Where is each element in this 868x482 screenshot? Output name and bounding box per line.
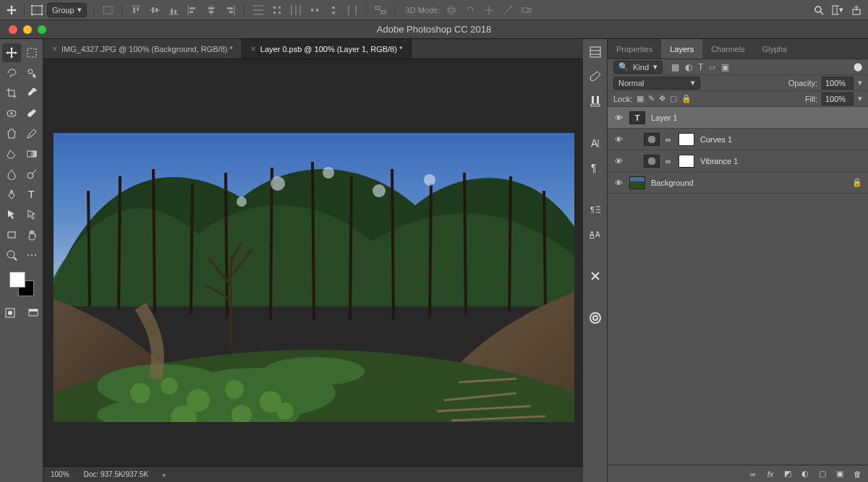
transform-controls-icon[interactable] bbox=[31, 4, 43, 16]
new-layer-icon[interactable]: ▣ bbox=[835, 469, 845, 478]
layer-thumbnail[interactable] bbox=[629, 176, 645, 189]
character-styles-panel-icon[interactable]: AA bbox=[587, 225, 604, 243]
eyedropper-tool[interactable] bbox=[22, 84, 41, 103]
screen-mode-icon[interactable] bbox=[24, 304, 43, 322]
libraries-panel-icon[interactable] bbox=[587, 309, 604, 327]
visibility-icon[interactable]: 👁 bbox=[613, 178, 624, 187]
align-left-icon[interactable] bbox=[185, 3, 200, 17]
tab-properties[interactable]: Properties bbox=[608, 39, 661, 59]
modifiers-panel-icon[interactable] bbox=[587, 267, 604, 285]
tab-layers[interactable]: Layers bbox=[661, 38, 702, 59]
type-tool[interactable]: T bbox=[22, 185, 41, 204]
distribute-bottom-icon[interactable] bbox=[289, 3, 303, 17]
clone-tool[interactable] bbox=[2, 124, 21, 143]
healing-brush-tool[interactable] bbox=[2, 104, 21, 123]
arrange-docs-icon[interactable]: ▾ bbox=[832, 4, 843, 16]
dodge-tool[interactable] bbox=[22, 165, 41, 184]
delete-layer-icon[interactable]: 🗑 bbox=[852, 470, 862, 478]
roll3d-icon[interactable] bbox=[463, 3, 477, 17]
lasso-tool[interactable] bbox=[2, 64, 21, 82]
filter-shape-icon[interactable]: ▱ bbox=[709, 62, 715, 72]
visibility-icon[interactable]: 👁 bbox=[613, 135, 624, 144]
crop-tool[interactable] bbox=[2, 84, 21, 103]
rectangle-tool[interactable] bbox=[2, 225, 21, 244]
orbit3d-icon[interactable] bbox=[444, 3, 459, 17]
search-icon[interactable] bbox=[813, 4, 825, 16]
chevron-down-icon[interactable]: ▾ bbox=[858, 78, 862, 87]
tab-glyphs[interactable]: Glyphs bbox=[754, 39, 796, 59]
chevron-down-icon[interactable]: ▾ bbox=[858, 94, 862, 103]
layer-thumbnail[interactable] bbox=[644, 155, 660, 168]
tab-channels[interactable]: Channels bbox=[702, 39, 753, 59]
align-hcenter-icon[interactable] bbox=[204, 3, 218, 17]
brush-settings-panel-icon[interactable] bbox=[587, 92, 604, 110]
distribute-left-icon[interactable] bbox=[307, 3, 322, 17]
filter-adjustment-icon[interactable]: ◐ bbox=[685, 62, 692, 72]
layer-thumbnail[interactable]: T bbox=[629, 111, 645, 124]
layer-mask-thumbnail[interactable] bbox=[678, 133, 694, 146]
pen-tool[interactable] bbox=[2, 185, 21, 204]
auto-align-icon[interactable] bbox=[373, 3, 388, 17]
layer-mask-thumbnail[interactable] bbox=[678, 155, 694, 168]
distribute-hcenter-icon[interactable] bbox=[326, 3, 341, 17]
quick-mask-icon[interactable] bbox=[1, 304, 20, 322]
link-layers-icon[interactable]: ∞ bbox=[748, 470, 758, 478]
opacity-field[interactable] bbox=[822, 77, 854, 90]
layer-row[interactable]: 👁 T Layer 1 bbox=[608, 107, 868, 129]
lock-artboard-icon[interactable]: ▢ bbox=[670, 94, 677, 103]
visibility-icon[interactable]: 👁 bbox=[613, 113, 624, 122]
direct-select-tool[interactable] bbox=[22, 205, 41, 224]
fill-field[interactable] bbox=[822, 92, 854, 106]
distribute-right-icon[interactable] bbox=[345, 3, 359, 17]
blur-tool[interactable] bbox=[2, 165, 21, 184]
zoom-level[interactable]: 100% bbox=[51, 470, 69, 478]
close-tab-icon[interactable]: × bbox=[251, 44, 256, 54]
window-close-button[interactable] bbox=[9, 25, 17, 34]
paragraph-styles-panel-icon[interactable]: ¶ bbox=[587, 201, 604, 218]
history-brush-tool[interactable] bbox=[22, 124, 41, 143]
canvas[interactable] bbox=[43, 59, 583, 466]
layer-filter-kind[interactable]: 🔍 Kind ▾ bbox=[613, 61, 663, 74]
zoom-tool[interactable] bbox=[2, 246, 21, 264]
foreground-swatch[interactable] bbox=[9, 272, 25, 288]
document-tab-0[interactable]: × IMG_4327.JPG @ 100% (Background, RGB/8… bbox=[43, 39, 242, 59]
layer-name[interactable]: Background bbox=[651, 178, 846, 187]
layer-row[interactable]: 👁 Background 🔒 bbox=[608, 172, 868, 194]
edit-toolbar[interactable] bbox=[22, 246, 41, 264]
show-transform-icon[interactable] bbox=[101, 3, 115, 17]
layer-name[interactable]: Layer 1 bbox=[651, 113, 862, 122]
align-vcenter-icon[interactable] bbox=[148, 3, 162, 17]
doc-info[interactable]: Doc: 937.5K/937.5K bbox=[84, 470, 149, 478]
lock-transparency-icon[interactable]: ▦ bbox=[637, 94, 644, 103]
distribute-top-icon[interactable] bbox=[251, 3, 265, 17]
share-icon[interactable] bbox=[851, 4, 862, 16]
filter-pixel-icon[interactable]: ▦ bbox=[671, 62, 679, 72]
paragraph-panel-icon[interactable]: ¶ bbox=[587, 159, 604, 176]
filter-type-icon[interactable]: T bbox=[698, 62, 703, 72]
move-tool-icon[interactable] bbox=[6, 4, 17, 16]
new-group-icon[interactable]: ▢ bbox=[817, 469, 827, 478]
brushes-panel-icon[interactable] bbox=[587, 68, 604, 85]
eraser-tool[interactable] bbox=[2, 145, 21, 163]
marquee-tool[interactable] bbox=[22, 43, 41, 62]
window-zoom-button[interactable] bbox=[38, 25, 46, 34]
move-tool[interactable] bbox=[2, 43, 21, 62]
window-minimize-button[interactable] bbox=[23, 25, 32, 34]
distribute-vcenter-icon[interactable] bbox=[270, 3, 284, 17]
mask-link-icon[interactable]: ∞ bbox=[665, 135, 673, 144]
lock-all-icon[interactable]: 🔒 bbox=[681, 94, 692, 103]
lock-position-icon[interactable]: ✥ bbox=[659, 94, 665, 103]
layer-name[interactable]: Curves 1 bbox=[700, 135, 862, 144]
blend-mode-select[interactable]: Normal ▾ bbox=[613, 77, 700, 90]
slide3d-icon[interactable] bbox=[501, 3, 515, 17]
camera3d-icon[interactable] bbox=[519, 3, 534, 17]
auto-select-dropdown[interactable]: Group ▾ bbox=[47, 3, 87, 17]
align-right-icon[interactable] bbox=[223, 3, 237, 17]
layer-name[interactable]: Vibrance 1 bbox=[700, 157, 862, 165]
visibility-icon[interactable]: 👁 bbox=[613, 157, 624, 165]
layer-row[interactable]: 👁 ∞ Curves 1 bbox=[608, 129, 868, 150]
status-menu-icon[interactable]: ▸ bbox=[163, 470, 166, 478]
align-bottom-icon[interactable] bbox=[166, 3, 181, 17]
fx-icon[interactable]: fx bbox=[765, 470, 775, 478]
quick-select-tool[interactable] bbox=[22, 64, 41, 82]
